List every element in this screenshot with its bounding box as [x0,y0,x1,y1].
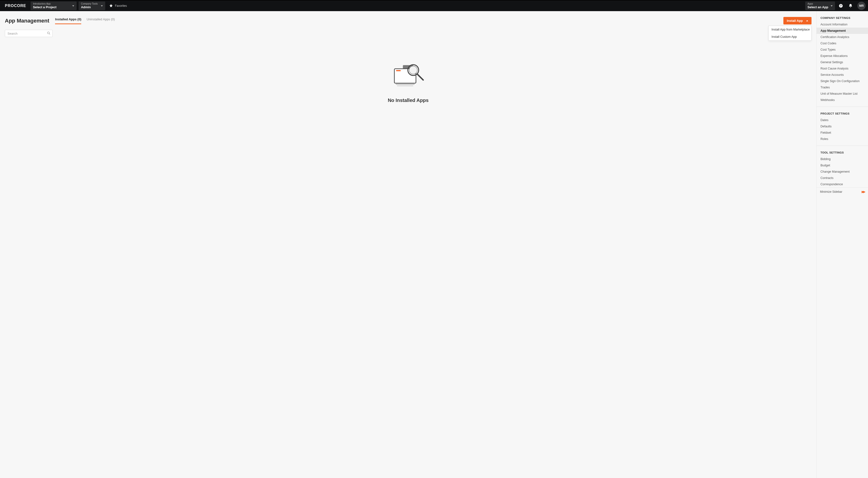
svg-line-11 [417,74,423,80]
sidebar-item-general-settings[interactable]: General Settings [816,59,868,65]
menu-install-custom-app[interactable]: Install Custom App [769,33,811,40]
install-app-button[interactable]: Install App [783,17,811,25]
sidebar-item-fieldset[interactable]: Fieldset [816,130,868,136]
favorites-link[interactable]: Favorites [107,4,129,8]
procore-logo[interactable]: PROCORE [2,4,29,8]
svg-text:?: ? [840,4,842,7]
install-app-button-label: Install App [787,19,803,23]
search-icon[interactable] [47,31,51,36]
sidebar-tool-title: TOOL SETTINGS [816,146,868,156]
settings-sidebar: COMPANY SETTINGS Account Information App… [816,11,868,478]
help-icon[interactable]: ? [837,2,845,10]
svg-point-2 [48,32,50,34]
apps-selector-label: Apps [808,2,828,5]
sidebar-item-dates[interactable]: Dates [816,117,868,123]
star-icon [109,4,113,8]
svg-rect-6 [396,70,401,71]
svg-rect-7 [396,83,414,85]
minimize-sidebar-label: Minimize Sidebar [820,190,842,194]
project-selector-label: Introductory App [33,2,70,5]
avatar[interactable]: MR [857,2,866,10]
folder-search-icon [390,59,427,90]
apps-selector[interactable]: Apps Select an App [805,1,835,10]
sidebar-item-expense-allocations[interactable]: Expense Allocations [816,53,868,59]
sidebar-item-uom-master-list[interactable]: Unit of Measure Master List [816,91,868,97]
sidebar-item-budget[interactable]: Budget [816,162,868,169]
company-tools-selector[interactable]: Company Tools Admin [79,1,105,10]
search-input[interactable] [5,30,53,37]
chevron-right-icon: ▶▶ [862,190,865,194]
sidebar-item-defaults[interactable]: Defaults [816,123,868,130]
logo-text: PROCORE [5,4,26,8]
tabs: Installed Apps (0) Uninstalled Apps (0) [55,18,115,24]
sidebar-item-service-accounts[interactable]: Service Accounts [816,72,868,78]
sidebar-item-roles[interactable]: Roles [816,136,868,142]
favorites-label: Favorites [115,4,127,7]
sidebar-project-title: PROJECT SETTINGS [816,107,868,117]
page-title: App Management [5,18,49,24]
sidebar-item-bidding[interactable]: Bidding [816,156,868,162]
sidebar-item-cost-codes[interactable]: Cost Codes [816,40,868,46]
minimize-sidebar-button[interactable]: Minimize Sidebar ▶▶ [816,187,868,196]
project-selector[interactable]: Introductory App Select a Project [31,1,76,10]
sidebar-item-webhooks[interactable]: Webhooks [816,97,868,103]
sidebar-item-sso-configuration[interactable]: Single Sign On Configuration [816,78,868,84]
sidebar-item-contracts[interactable]: Contracts [816,175,868,181]
sidebar-item-certification-analytics[interactable]: Certification Analytics [816,34,868,40]
tab-installed-apps[interactable]: Installed Apps (0) [55,18,81,24]
avatar-initials: MR [859,4,864,7]
sidebar-item-account-information[interactable]: Account Information [816,21,868,28]
project-selector-value: Select a Project [33,5,70,9]
tab-uninstalled-apps[interactable]: Uninstalled Apps (0) [87,18,115,24]
sidebar-item-trades[interactable]: Trades [816,84,868,91]
empty-state: No Installed Apps [0,59,816,103]
company-tools-label: Company Tools [81,2,98,5]
empty-state-title: No Installed Apps [388,98,428,103]
notifications-icon[interactable] [847,2,855,10]
sidebar-item-correspondence[interactable]: Correspondence [816,181,868,187]
sidebar-item-cost-types[interactable]: Cost Types [816,46,868,53]
company-tools-value: Admin [81,5,98,9]
svg-rect-8 [397,86,413,87]
apps-selector-value: Select an App [808,5,828,9]
install-app-menu: Install App from Marketplace Install Cus… [768,26,811,41]
top-navbar: PROCORE Introductory App Select a Projec… [0,0,868,11]
sidebar-company-title: COMPANY SETTINGS [816,11,868,21]
search-field-wrap [5,30,53,37]
svg-point-10 [409,66,417,74]
sidebar-item-root-cause-analysis[interactable]: Root Cause Analysis [816,65,868,72]
main-content: App Management Installed Apps (0) Uninst… [0,11,816,478]
sidebar-item-app-management[interactable]: App Management [816,28,868,34]
menu-install-from-marketplace[interactable]: Install App from Marketplace [769,26,811,33]
sidebar-item-change-management[interactable]: Change Management [816,169,868,175]
svg-line-3 [49,34,50,34]
